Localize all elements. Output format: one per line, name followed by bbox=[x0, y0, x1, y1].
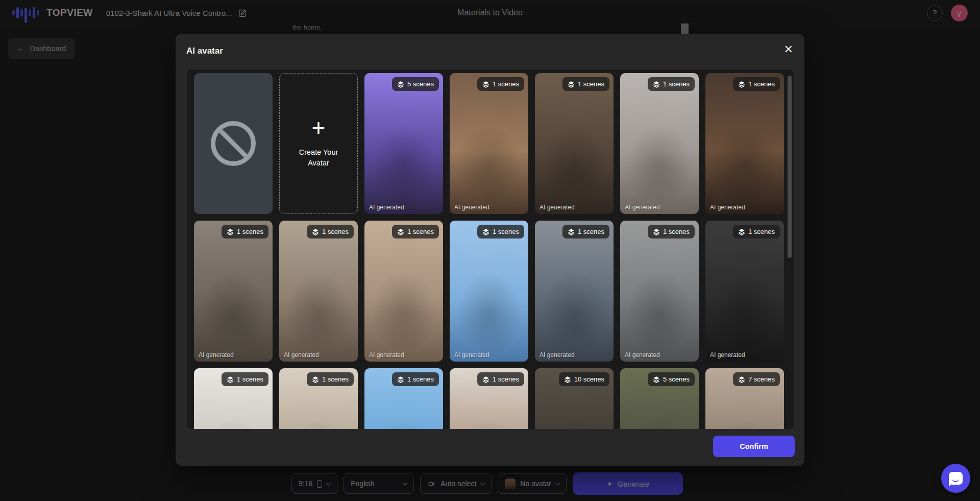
scenes-badge: 1 scenes bbox=[562, 225, 609, 238]
avatar-card[interactable]: 1 scenes AI generated bbox=[364, 368, 443, 429]
layers-icon bbox=[397, 81, 404, 88]
scenes-count-label: 1 scenes bbox=[237, 228, 263, 235]
scenes-badge: 1 scenes bbox=[562, 77, 609, 91]
avatar-card[interactable]: 1 scenes AI generated bbox=[620, 73, 699, 214]
scenes-count-label: 1 scenes bbox=[493, 228, 519, 235]
scenes-count-label: 1 scenes bbox=[748, 80, 775, 88]
ai-generated-label: AI generated bbox=[369, 351, 404, 359]
layers-icon bbox=[482, 228, 489, 235]
avatar-card[interactable]: 5 scenes AI generated bbox=[620, 368, 699, 429]
layers-icon bbox=[738, 81, 745, 88]
layers-icon bbox=[227, 376, 234, 383]
layers-icon bbox=[397, 376, 404, 383]
layers-icon bbox=[312, 376, 319, 383]
scenes-count-label: 1 scenes bbox=[237, 375, 263, 383]
avatar-card[interactable]: 7 scenes AI generated bbox=[705, 368, 784, 429]
scenes-badge: 1 scenes bbox=[648, 225, 695, 238]
scenes-badge: 1 scenes bbox=[392, 372, 439, 386]
scenes-badge: 1 scenes bbox=[733, 77, 780, 91]
scenes-count-label: 1 scenes bbox=[407, 375, 434, 383]
ai-generated-label: AI generated bbox=[710, 351, 745, 359]
chat-bubble-icon bbox=[949, 472, 963, 485]
layers-icon bbox=[397, 228, 404, 235]
ai-generated-label: AI generated bbox=[540, 351, 575, 359]
ai-generated-label: AI generated bbox=[454, 351, 489, 359]
avatar-panel: + Create Your Avatar 5 scenes AI generat… bbox=[187, 69, 794, 429]
layers-icon bbox=[653, 376, 660, 383]
layers-icon bbox=[568, 228, 575, 235]
layers-icon bbox=[482, 81, 489, 88]
layers-icon bbox=[653, 228, 660, 235]
layers-icon bbox=[312, 228, 319, 235]
ai-generated-label: AI generated bbox=[710, 204, 745, 211]
scenes-badge: 1 scenes bbox=[307, 372, 354, 386]
avatar-card[interactable]: 1 scenes AI generated bbox=[279, 221, 358, 362]
scenes-badge: 1 scenes bbox=[392, 225, 439, 238]
scenes-badge: 1 scenes bbox=[477, 372, 524, 386]
avatar-card[interactable]: 1 scenes AI generated bbox=[535, 221, 614, 362]
scenes-count-label: 1 scenes bbox=[407, 228, 434, 235]
scenes-count-label: 5 scenes bbox=[407, 80, 434, 88]
ai-generated-label: AI generated bbox=[540, 204, 575, 211]
ai-generated-label: AI generated bbox=[199, 351, 234, 359]
create-avatar-card[interactable]: + Create Your Avatar bbox=[279, 73, 358, 214]
close-icon[interactable]: ✕ bbox=[784, 43, 793, 56]
ai-generated-label: AI generated bbox=[454, 204, 489, 211]
layers-icon bbox=[738, 376, 745, 383]
scenes-count-label: 1 scenes bbox=[663, 80, 690, 88]
avatar-card[interactable]: 1 scenes AI generated bbox=[194, 221, 273, 362]
scenes-badge: 7 scenes bbox=[733, 372, 780, 386]
avatar-card[interactable]: 1 scenes AI generated bbox=[705, 73, 784, 214]
scenes-count-label: 1 scenes bbox=[493, 375, 519, 383]
scenes-count-label: 1 scenes bbox=[748, 228, 775, 235]
scenes-badge: 1 scenes bbox=[733, 225, 780, 238]
scenes-count-label: 5 scenes bbox=[663, 375, 690, 383]
chat-launcher-button[interactable] bbox=[941, 464, 970, 493]
scenes-count-label: 1 scenes bbox=[322, 375, 349, 383]
layers-icon bbox=[653, 81, 660, 88]
avatar-card[interactable]: 1 scenes AI generated bbox=[194, 368, 273, 429]
confirm-button[interactable]: Confirm bbox=[713, 436, 795, 457]
ai-generated-label: AI generated bbox=[284, 351, 319, 359]
avatar-card[interactable]: 10 scenes AI generated bbox=[535, 368, 614, 429]
ai-generated-label: AI generated bbox=[369, 204, 404, 211]
scenes-badge: 5 scenes bbox=[648, 372, 695, 386]
scenes-count-label: 1 scenes bbox=[578, 228, 604, 235]
layers-icon bbox=[482, 376, 489, 383]
layers-icon bbox=[227, 228, 234, 235]
scenes-count-label: 1 scenes bbox=[322, 228, 349, 235]
scenes-badge: 1 scenes bbox=[477, 77, 524, 91]
scenes-badge: 1 scenes bbox=[222, 372, 268, 386]
avatar-card[interactable]: 1 scenes AI generated bbox=[450, 73, 528, 214]
scenes-badge: 1 scenes bbox=[477, 225, 524, 238]
modal-title: AI avatar bbox=[186, 46, 223, 56]
avatar-card[interactable]: 1 scenes AI generated bbox=[364, 221, 443, 362]
create-avatar-label: Create Your Avatar bbox=[294, 147, 343, 169]
plus-icon: + bbox=[312, 118, 326, 137]
scrollbar-thumb[interactable] bbox=[788, 76, 792, 258]
avatar-card[interactable]: 1 scenes AI generated bbox=[279, 368, 358, 429]
layers-icon bbox=[568, 81, 575, 88]
layers-icon bbox=[564, 376, 571, 383]
scenes-count-label: 1 scenes bbox=[578, 80, 604, 88]
avatar-card[interactable]: 1 scenes AI generated bbox=[620, 221, 699, 362]
scenes-count-label: 10 scenes bbox=[574, 375, 604, 383]
avatar-card[interactable]: 1 scenes AI generated bbox=[535, 73, 614, 214]
ai-generated-label: AI generated bbox=[625, 204, 660, 211]
avatar-card[interactable]: 1 scenes AI generated bbox=[450, 221, 528, 362]
avatar-card[interactable]: 1 scenes AI generated bbox=[705, 221, 784, 362]
scenes-count-label: 7 scenes bbox=[748, 375, 775, 383]
scenes-badge: 10 scenes bbox=[559, 372, 609, 386]
scenes-badge: 1 scenes bbox=[222, 225, 268, 238]
avatar-card[interactable]: 5 scenes AI generated bbox=[364, 73, 443, 214]
no-avatar-card[interactable] bbox=[194, 73, 273, 214]
scenes-badge: 5 scenes bbox=[392, 77, 439, 91]
scenes-count-label: 1 scenes bbox=[493, 80, 519, 88]
scenes-count-label: 1 scenes bbox=[663, 228, 690, 235]
avatar-grid: + Create Your Avatar 5 scenes AI generat… bbox=[187, 69, 791, 429]
scenes-badge: 1 scenes bbox=[307, 225, 354, 238]
prohibition-icon bbox=[211, 121, 256, 166]
avatar-card[interactable]: 1 scenes AI generated bbox=[450, 368, 528, 429]
layers-icon bbox=[738, 228, 745, 235]
ai-generated-label: AI generated bbox=[625, 351, 660, 359]
